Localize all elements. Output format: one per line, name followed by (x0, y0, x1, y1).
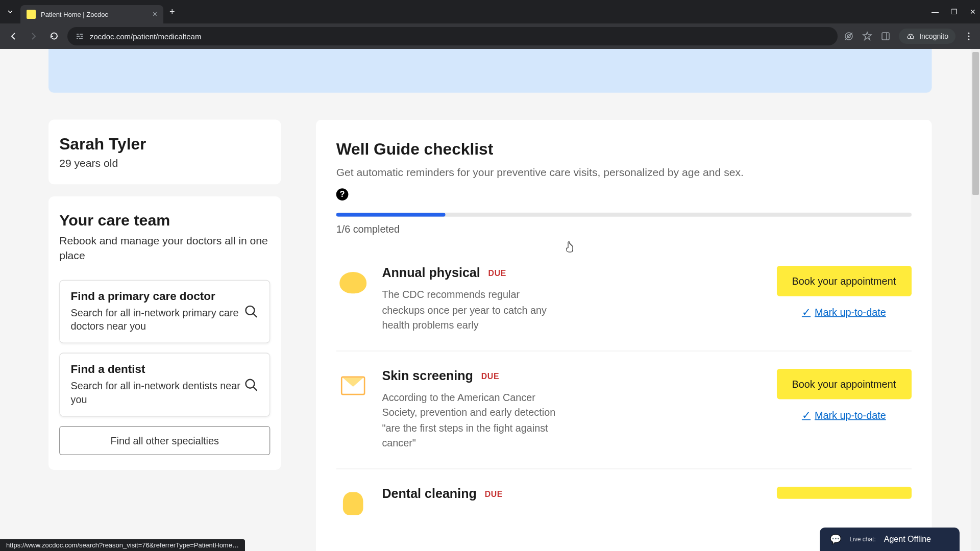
care-team-card: Your care team Rebook and manage your do… (48, 196, 281, 470)
find-card-title: Find a dentist (71, 363, 244, 376)
due-badge: DUE (485, 489, 503, 498)
bookmark-icon[interactable] (862, 31, 872, 41)
browser-status-bar: https://www.zocdoc.com/search?reason_vis… (0, 539, 245, 551)
find-dentist-card[interactable]: Find a dentist Search for all in-network… (59, 353, 270, 417)
tab-close-button[interactable]: × (153, 10, 157, 19)
incognito-icon (906, 32, 915, 41)
tab-title: Patient Home | Zocdoc (41, 11, 148, 18)
patient-name: Sarah Tyler (59, 135, 270, 154)
svg-rect-4 (77, 38, 78, 39)
annual-physical-icon (336, 266, 370, 299)
search-icon (244, 304, 259, 319)
progress-bar (336, 213, 912, 217)
tab-favicon (27, 10, 36, 19)
page-content: Sarah Tyler 29 years old Your care team … (0, 49, 980, 551)
care-team-subtitle: Rebook and manage your doctors all in on… (59, 234, 270, 264)
browser-toolbar: zocdoc.com/patient/medicalteam Incognito (0, 23, 980, 49)
help-icon[interactable]: ? (336, 188, 349, 201)
svg-point-11 (908, 36, 911, 39)
item-desc: The CDC recommends regular checkups once… (382, 287, 557, 333)
scrollbar-thumb[interactable] (972, 52, 979, 195)
checklist-item: Annual physical DUE The CDC recommends r… (336, 248, 912, 351)
svg-rect-2 (77, 36, 80, 37)
back-button[interactable] (6, 32, 20, 41)
item-title: Annual physical (382, 266, 480, 281)
mark-up-to-date-link[interactable]: ✓ Mark up-to-date (802, 408, 886, 421)
new-tab-button[interactable]: + (169, 7, 175, 17)
browser-tab[interactable]: Patient Home | Zocdoc × (20, 5, 163, 23)
svg-rect-1 (80, 34, 83, 35)
site-settings-icon[interactable] (76, 32, 84, 40)
tracking-protection-icon[interactable] (844, 31, 854, 41)
tab-dropdown-button[interactable] (4, 6, 16, 18)
maximize-button[interactable]: ❐ (951, 8, 958, 16)
book-appointment-button[interactable]: Book your appointment (776, 266, 911, 296)
info-banner (48, 49, 932, 93)
item-title: Skin screening (382, 368, 473, 383)
checklist-panel: Well Guide checklist Get automatic remin… (316, 120, 932, 551)
book-appointment-button[interactable] (776, 486, 911, 498)
mark-label: Mark up-to-date (815, 306, 886, 317)
svg-point-14 (968, 36, 970, 37)
find-primary-care-card[interactable]: Find a primary care doctor Search for al… (59, 280, 270, 343)
checklist-item: Skin screening DUE According to the Amer… (336, 351, 912, 469)
svg-point-15 (968, 39, 970, 40)
mark-up-to-date-link[interactable]: ✓ Mark up-to-date (802, 306, 886, 318)
reload-button[interactable] (47, 32, 61, 41)
svg-point-13 (968, 33, 970, 34)
find-all-specialties-button[interactable]: Find all other specialties (59, 426, 270, 455)
search-icon (244, 378, 259, 392)
patient-card: Sarah Tyler 29 years old (48, 120, 281, 185)
checklist-subtitle: Get automatic reminders for your prevent… (336, 167, 912, 179)
address-bar[interactable]: zocdoc.com/patient/medicalteam (67, 27, 838, 45)
svg-line-19 (253, 387, 257, 390)
url-text: zocdoc.com/patient/medicalteam (90, 32, 201, 41)
svg-point-12 (911, 36, 914, 39)
due-badge: DUE (488, 268, 506, 278)
incognito-badge[interactable]: Incognito (899, 29, 955, 44)
svg-rect-5 (79, 38, 83, 39)
svg-line-17 (253, 313, 257, 317)
patient-age: 29 years old (59, 158, 270, 170)
mark-label: Mark up-to-date (815, 409, 886, 420)
check-icon: ✓ (802, 408, 811, 421)
svg-rect-3 (81, 36, 83, 37)
menu-icon[interactable] (964, 31, 974, 41)
check-icon: ✓ (802, 306, 811, 318)
incognito-label: Incognito (919, 32, 948, 40)
chat-status-label: Agent Offline (884, 535, 931, 544)
item-desc: According to the American Cancer Society… (382, 390, 557, 451)
progress-fill (336, 213, 446, 217)
dental-cleaning-icon (336, 486, 370, 520)
find-card-title: Find a primary care doctor (71, 290, 244, 303)
scrollbar-track[interactable] (971, 49, 980, 551)
minimize-button[interactable]: — (932, 8, 939, 16)
checklist-title: Well Guide checklist (336, 140, 912, 159)
due-badge: DUE (481, 371, 499, 381)
chat-icon: 💬 (830, 534, 841, 545)
browser-tab-bar: Patient Home | Zocdoc × + — ❐ ✕ (0, 0, 980, 23)
care-team-title: Your care team (59, 211, 270, 230)
chat-live-label: Live chat: (849, 536, 875, 543)
svg-rect-0 (77, 34, 79, 35)
forward-button[interactable] (27, 32, 41, 41)
item-title: Dental cleaning (382, 486, 476, 501)
svg-point-18 (246, 379, 254, 388)
sidebar: Sarah Tyler 29 years old Your care team … (48, 120, 281, 551)
window-controls: — ❐ ✕ (932, 8, 976, 16)
skin-screening-icon (336, 368, 370, 402)
chat-widget[interactable]: 💬 Live chat: Agent Offline (820, 528, 960, 551)
side-panel-icon[interactable] (880, 31, 891, 41)
svg-rect-9 (882, 33, 889, 40)
svg-point-16 (246, 306, 254, 315)
close-window-button[interactable]: ✕ (970, 8, 976, 16)
find-card-desc: Search for all in-network dentists near … (71, 379, 244, 406)
progress-text: 1/6 completed (336, 223, 912, 235)
find-card-desc: Search for all in-network primary care d… (71, 306, 244, 333)
book-appointment-button[interactable]: Book your appointment (776, 368, 911, 398)
